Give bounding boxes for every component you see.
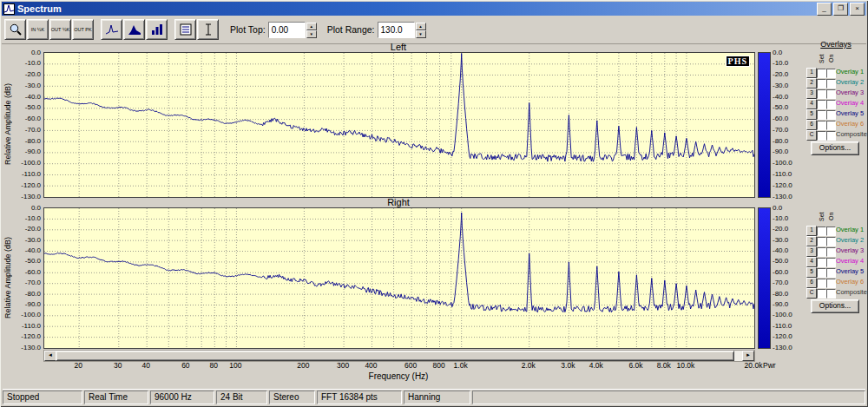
overlay-label: Overlay 4 bbox=[836, 99, 864, 108]
meter-scale-label: -60.0 bbox=[773, 115, 802, 122]
y-tick-label: -10.0 bbox=[14, 59, 41, 67]
overlay-select-button[interactable]: 6 bbox=[806, 278, 817, 288]
overlay-on-checkbox[interactable] bbox=[826, 89, 836, 99]
status-24-bit: 24 Bit bbox=[216, 391, 267, 404]
overlay-select-button[interactable]: 1 bbox=[806, 68, 817, 78]
overlay-set-checkbox[interactable] bbox=[817, 247, 826, 257]
overlay-select-button[interactable]: 1 bbox=[806, 226, 817, 236]
overlay-select-button[interactable]: C bbox=[806, 130, 817, 141]
overlay-select-button[interactable]: 3 bbox=[806, 89, 817, 99]
overlay-on-checkbox[interactable] bbox=[826, 69, 836, 78]
overlay-select-button[interactable]: 5 bbox=[806, 267, 817, 278]
meter-scale-label: -40.0 bbox=[773, 93, 802, 101]
x-tick-label: 10.0k bbox=[673, 361, 699, 370]
overlay-label: Overlay 1 bbox=[836, 68, 864, 76]
meter-scale-label: -60.0 bbox=[773, 268, 802, 276]
overlay-set-checkbox[interactable] bbox=[817, 131, 826, 141]
spectrum-window: Spectrum _ ❐ × IN ½K OUT ½K OUT PK bbox=[0, 0, 868, 407]
x-tick-label: 3.0k bbox=[555, 361, 581, 370]
overlay-on-checkbox[interactable] bbox=[826, 131, 836, 141]
overlay-on-checkbox[interactable] bbox=[826, 268, 836, 278]
overlay-set-checkbox[interactable] bbox=[817, 121, 826, 130]
overlay-on-checkbox[interactable] bbox=[826, 100, 836, 109]
overlay-set-checkbox[interactable] bbox=[817, 89, 826, 99]
y-tick-label: -70.0 bbox=[14, 126, 41, 134]
overlay-on-checkbox[interactable] bbox=[826, 79, 836, 89]
overlay-label: Overlay 1 bbox=[836, 226, 864, 234]
meter-scale-label: -110.0 bbox=[773, 170, 802, 178]
overlay-select-button[interactable]: 4 bbox=[806, 99, 817, 109]
overlay-on-checkbox[interactable] bbox=[826, 258, 836, 267]
overlay-select-button[interactable]: C bbox=[806, 288, 817, 299]
status-filler bbox=[472, 391, 865, 404]
overlay-options-button[interactable]: Options... bbox=[811, 141, 859, 155]
overlay-select-button[interactable]: 4 bbox=[806, 257, 817, 267]
overlay-on-checkbox[interactable] bbox=[826, 121, 836, 130]
meter-scale-label: -80.0 bbox=[773, 290, 802, 298]
overlay-on-checkbox[interactable] bbox=[826, 237, 836, 246]
overlay-on-checkbox[interactable] bbox=[826, 289, 836, 299]
x-tick-label: 6.0k bbox=[622, 361, 648, 370]
overlay-label: Overlay 6 bbox=[836, 278, 864, 286]
status-stereo: Stereo bbox=[269, 391, 315, 404]
overlay-set-checkbox[interactable] bbox=[817, 110, 826, 120]
overlay-options-button[interactable]: Options... bbox=[811, 299, 859, 313]
y-tick-label: -130.0 bbox=[14, 344, 41, 351]
overlay-set-checkbox[interactable] bbox=[817, 289, 826, 299]
x-tick-label: 2.0k bbox=[516, 361, 542, 370]
overlay-set-checkbox[interactable] bbox=[817, 279, 826, 288]
overlay-on-checkbox[interactable] bbox=[826, 110, 836, 120]
overlay-select-button[interactable]: 6 bbox=[806, 120, 817, 130]
y-tick-label: -70.0 bbox=[14, 279, 41, 286]
x-tick-label: 600 bbox=[398, 361, 424, 370]
x-tick-label: 4.0k bbox=[583, 361, 609, 370]
y-tick-label: -130.0 bbox=[14, 193, 41, 200]
overlay-on-checkbox[interactable] bbox=[826, 279, 836, 288]
overlay-set-checkbox[interactable] bbox=[817, 69, 826, 78]
overlay-set-header: Set bbox=[817, 208, 825, 225]
overlay-select-button[interactable]: 3 bbox=[806, 246, 817, 257]
overlay-on-header: On bbox=[826, 50, 835, 67]
overlay-label: Overlay 2 bbox=[836, 236, 864, 245]
overlay-set-checkbox[interactable] bbox=[817, 79, 826, 89]
meter-scale-label: -120.0 bbox=[773, 332, 802, 340]
overlay-select-button[interactable]: 2 bbox=[806, 78, 817, 89]
y-tick-label: -90.0 bbox=[14, 148, 41, 155]
overlay-label: Composite bbox=[836, 288, 867, 297]
overlay-set-checkbox[interactable] bbox=[817, 226, 826, 236]
status-stopped: Stopped bbox=[3, 391, 82, 404]
x-tick-label: 300 bbox=[330, 361, 356, 370]
overlay-label: Composite bbox=[836, 130, 867, 139]
meter-scale-label: -90.0 bbox=[773, 300, 802, 308]
overlay-on-checkbox[interactable] bbox=[826, 226, 836, 236]
status-fft-16384-pts: FFT 16384 pts bbox=[317, 391, 402, 404]
overlay-set-checkbox[interactable] bbox=[817, 258, 826, 267]
overlay-set-checkbox[interactable] bbox=[817, 268, 826, 278]
x-tick-label: 1.0k bbox=[448, 361, 474, 370]
y-tick-label: -80.0 bbox=[14, 137, 41, 145]
meter-scale-label: 0.0 bbox=[773, 204, 802, 212]
y-tick-label: -20.0 bbox=[14, 225, 41, 233]
meter-scale-label: -100.0 bbox=[773, 311, 802, 318]
y-tick-label: -110.0 bbox=[14, 170, 41, 178]
meter-scale-label: -20.0 bbox=[773, 70, 802, 78]
meter-scale-label: 0.0 bbox=[773, 49, 802, 56]
y-tick-label: -40.0 bbox=[14, 246, 41, 254]
y-tick-label: -10.0 bbox=[14, 214, 41, 222]
x-tick-label: 100 bbox=[222, 361, 248, 370]
overlay-set-checkbox[interactable] bbox=[817, 100, 826, 109]
y-tick-label: -50.0 bbox=[14, 103, 41, 111]
meter-scale-label: -70.0 bbox=[773, 279, 802, 286]
y-tick-label: -100.0 bbox=[14, 311, 41, 318]
overlay-label: Overlay 5 bbox=[836, 267, 864, 276]
overlay-select-button[interactable]: 5 bbox=[806, 109, 817, 120]
meter-scale-label: -100.0 bbox=[773, 159, 802, 167]
meter-scale-label: -50.0 bbox=[773, 257, 802, 265]
overlay-set-checkbox[interactable] bbox=[817, 237, 826, 246]
y-tick-label: -20.0 bbox=[14, 70, 41, 78]
x-tick-label: 20.0k bbox=[740, 361, 766, 370]
overlay-select-button[interactable]: 2 bbox=[806, 236, 817, 246]
overlay-on-checkbox[interactable] bbox=[826, 247, 836, 257]
y-tick-label: 0.0 bbox=[14, 49, 41, 56]
meter-scale-label: -30.0 bbox=[773, 82, 802, 89]
